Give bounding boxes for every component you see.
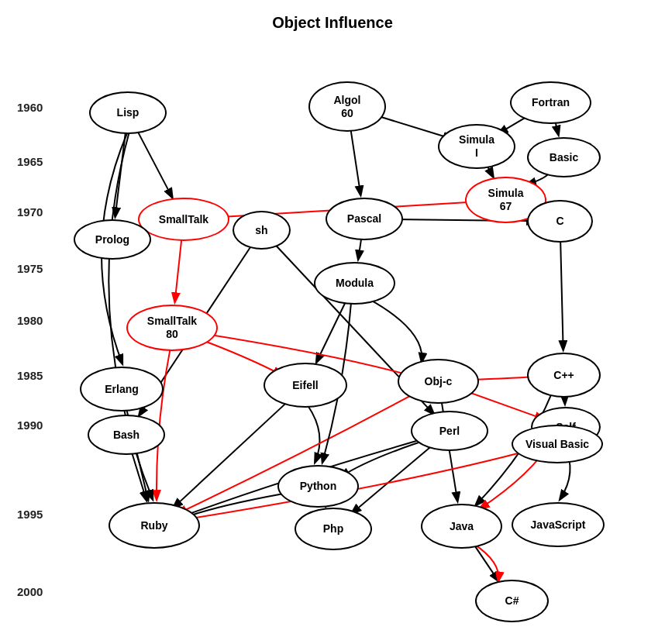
svg-line-15 xyxy=(132,453,146,501)
node-smalltalk: SmallTalk xyxy=(138,198,229,241)
node-c: C xyxy=(527,200,593,243)
svg-line-16 xyxy=(174,399,290,508)
node-prolog: Prolog xyxy=(74,219,151,260)
svg-line-21 xyxy=(352,443,436,513)
node-php: Php xyxy=(295,508,372,550)
svg-line-0 xyxy=(137,130,172,198)
year-label-2000: 2000 xyxy=(17,585,43,598)
year-label-1990: 1990 xyxy=(17,418,43,432)
node-perl: Perl xyxy=(411,411,488,451)
node-eiffel: Eifell xyxy=(264,363,347,408)
node-sh: sh xyxy=(233,211,291,250)
node-python: Python xyxy=(277,465,359,508)
node-cplusplus: C++ xyxy=(527,353,601,398)
node-java: Java xyxy=(421,504,502,549)
node-bash: Bash xyxy=(88,415,165,455)
year-label-1975: 1975 xyxy=(17,262,43,275)
year-label-1965: 1965 xyxy=(17,155,43,168)
node-ruby: Ruby xyxy=(109,502,200,549)
node-pascal: Pascal xyxy=(326,198,403,240)
year-label-1970: 1970 xyxy=(17,205,43,219)
node-visualbasic: Visual Basic xyxy=(512,425,603,463)
node-basic: Basic xyxy=(527,137,601,177)
node-smalltalk80: SmallTalk80 xyxy=(126,305,218,351)
svg-line-11 xyxy=(560,241,563,350)
node-modula: Modula xyxy=(314,262,395,305)
node-fortran: Fortran xyxy=(510,81,591,124)
node-csharp: C# xyxy=(475,580,549,622)
year-label-1995: 1995 xyxy=(17,508,43,521)
node-lisp: Lisp xyxy=(89,91,167,134)
svg-line-8 xyxy=(358,239,361,260)
node-erlang: Erlang xyxy=(80,367,164,412)
svg-line-3 xyxy=(351,130,361,195)
chart-title: Object Influence xyxy=(0,14,665,32)
svg-line-18 xyxy=(474,543,498,580)
svg-line-23 xyxy=(175,239,182,301)
node-algol60: Algol60 xyxy=(308,81,386,132)
node-javascript: JavaScript xyxy=(512,502,605,547)
year-label-1980: 1980 xyxy=(17,314,43,327)
main-container: Object Influence 19601965197019751980198… xyxy=(0,0,665,644)
year-label-1960: 1960 xyxy=(17,101,43,114)
year-label-1985: 1985 xyxy=(17,369,43,382)
node-simula1: SimulaI xyxy=(438,124,515,169)
node-objc: Obj-c xyxy=(398,359,479,404)
svg-line-10 xyxy=(316,301,346,362)
svg-line-1 xyxy=(115,133,126,216)
